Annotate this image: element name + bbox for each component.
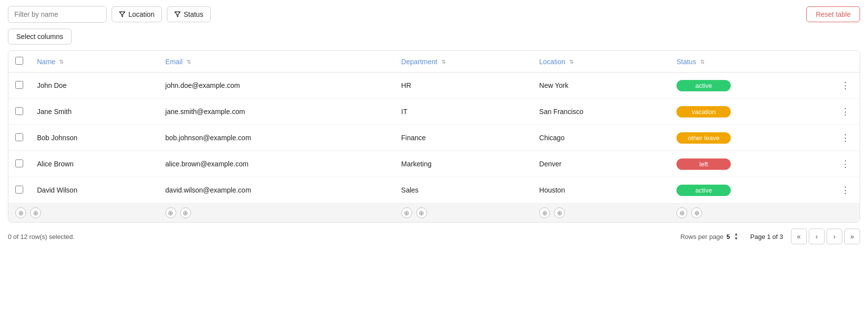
location-filter-button[interactable]: Location — [112, 6, 162, 22]
table-row: John Doe john.doe@example.com HR New Yor… — [8, 73, 860, 99]
col-email-label: Email — [165, 58, 183, 66]
status-badge: active — [676, 80, 731, 91]
reset-table-button[interactable]: Reset table — [806, 6, 860, 22]
col-status-label: Status — [676, 58, 696, 66]
expand-col-status: ⊕ ⊕ — [670, 203, 831, 223]
row-email: bob.johnson@example.com — [158, 125, 395, 151]
row-status: other leave — [670, 125, 831, 151]
row-department: IT — [395, 99, 533, 125]
sort-email-icon[interactable]: ⇅ — [187, 59, 191, 65]
col-header-status[interactable]: Status ⇅ — [670, 51, 831, 73]
table-row: Bob Johnson bob.johnson@example.com Fina… — [8, 125, 860, 151]
row-more-cell: ⋮ — [831, 177, 860, 203]
last-page-button[interactable]: » — [844, 229, 860, 244]
row-location: New York — [532, 73, 670, 99]
row-checkbox[interactable] — [15, 107, 23, 115]
sort-department-icon[interactable]: ⇅ — [441, 59, 446, 65]
row-email: john.doe@example.com — [158, 73, 395, 99]
row-checkbox[interactable] — [15, 133, 23, 141]
expand-col-actions — [831, 203, 860, 223]
row-name: Jane Smith — [30, 99, 158, 125]
status-badge: vacation — [676, 106, 731, 117]
row-more-button[interactable]: ⋮ — [838, 157, 853, 170]
rows-per-page-control: Rows per page 5 ▲ ▼ — [680, 232, 739, 241]
row-more-cell: ⋮ — [831, 73, 860, 99]
page-info: Page 1 of 3 — [750, 233, 784, 240]
funnel-icon-status — [174, 11, 181, 17]
select-all-col — [8, 51, 30, 73]
col-expand-right-4[interactable]: ⊕ — [554, 207, 565, 218]
col-expand-right-2[interactable]: ⊕ — [180, 207, 191, 218]
row-checkbox[interactable] — [15, 159, 23, 167]
select-all-checkbox[interactable] — [15, 57, 23, 65]
row-more-button[interactable]: ⋮ — [838, 79, 853, 92]
rows-per-page-stepper[interactable]: ▲ ▼ — [734, 232, 739, 241]
col-header-department[interactable]: Department ⇅ — [395, 51, 533, 73]
col-expand-left-2[interactable]: ⊕ — [165, 207, 176, 218]
data-table: Name ⇅ Email ⇅ Department ⇅ Location ⇅ S… — [8, 51, 860, 222]
funnel-icon — [119, 11, 125, 17]
row-more-button[interactable]: ⋮ — [838, 184, 853, 196]
chevron-down-icon[interactable]: ▼ — [734, 236, 739, 241]
row-more-cell: ⋮ — [831, 151, 860, 177]
prev-page-button[interactable]: ‹ — [809, 229, 825, 244]
first-page-button[interactable]: « — [791, 229, 807, 244]
table-body: John Doe john.doe@example.com HR New Yor… — [8, 73, 860, 223]
row-checkbox-cell — [8, 125, 30, 151]
status-badge: left — [676, 158, 731, 170]
col-expand-right-1[interactable]: ⊕ — [30, 207, 41, 218]
expand-col-email: ⊕ ⊕ — [158, 203, 395, 223]
next-page-button[interactable]: › — [827, 229, 842, 244]
col-name-label: Name — [37, 58, 55, 66]
col-header-location[interactable]: Location ⇅ — [532, 51, 670, 73]
expand-col-department: ⊕ ⊕ — [395, 203, 533, 223]
row-location: Denver — [532, 151, 670, 177]
col-expand-left-1[interactable]: ⊕ — [15, 207, 26, 218]
table-row: David Wilson david.wilson@example.com Sa… — [8, 177, 860, 203]
col-expand-right-5[interactable]: ⊕ — [691, 207, 702, 218]
rows-per-page-value: 5 — [726, 233, 730, 240]
data-table-wrapper: Name ⇅ Email ⇅ Department ⇅ Location ⇅ S… — [8, 50, 860, 223]
row-checkbox-cell — [8, 151, 30, 177]
row-checkbox[interactable] — [15, 81, 23, 89]
row-name: Alice Brown — [30, 151, 158, 177]
col-expand-left-3[interactable]: ⊕ — [401, 207, 412, 218]
select-columns-button[interactable]: Select columns — [8, 29, 72, 44]
col-expand-left-4[interactable]: ⊕ — [539, 207, 550, 218]
row-status: active — [670, 73, 831, 99]
col-department-label: Department — [401, 58, 437, 66]
expand-col-location: ⊕ ⊕ — [532, 203, 670, 223]
row-more-button[interactable]: ⋮ — [838, 131, 853, 144]
table-row: Alice Brown alice.brown@example.com Mark… — [8, 151, 860, 177]
status-badge: active — [676, 185, 731, 196]
col-header-email[interactable]: Email ⇅ — [158, 51, 395, 73]
row-location: Chicago — [532, 125, 670, 151]
table-footer: 0 of 12 row(s) selected. Rows per page 5… — [0, 223, 868, 250]
sort-status-icon[interactable]: ⇅ — [700, 59, 705, 65]
row-location: San Francisco — [532, 99, 670, 125]
row-more-cell: ⋮ — [831, 99, 860, 125]
location-filter-label: Location — [128, 10, 155, 18]
status-filter-button[interactable]: Status — [167, 6, 211, 22]
row-checkbox-cell — [8, 99, 30, 125]
second-bar: Select columns — [0, 29, 868, 50]
pagination-controls: « ‹ › » — [791, 229, 860, 244]
status-filter-label: Status — [184, 10, 203, 18]
row-email: david.wilson@example.com — [158, 177, 395, 203]
row-email: alice.brown@example.com — [158, 151, 395, 177]
table-row: Jane Smith jane.smith@example.com IT San… — [8, 99, 860, 125]
row-department: HR — [395, 73, 533, 99]
col-expand-right-3[interactable]: ⊕ — [416, 207, 427, 218]
row-checkbox[interactable] — [15, 186, 23, 194]
row-more-button[interactable]: ⋮ — [838, 105, 853, 118]
row-location: Houston — [532, 177, 670, 203]
expand-col-name: ⊕ ⊕ — [8, 203, 158, 223]
status-badge: other leave — [676, 132, 731, 144]
filter-name-input[interactable] — [8, 6, 107, 23]
col-expand-left-5[interactable]: ⊕ — [676, 207, 687, 218]
sort-location-icon[interactable]: ⇅ — [569, 59, 574, 65]
sort-name-icon[interactable]: ⇅ — [59, 59, 64, 65]
col-header-name[interactable]: Name ⇅ — [30, 51, 158, 73]
col-header-actions — [831, 51, 860, 73]
row-department: Sales — [395, 177, 533, 203]
